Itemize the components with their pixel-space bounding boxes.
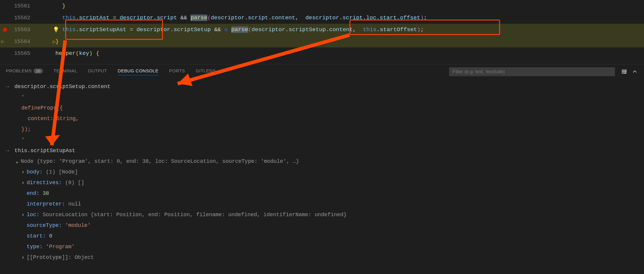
console-input-echo: descriptor.scriptSetup.content xyxy=(6,81,638,92)
bottom-panel: PROBLEMS20 TERMINAL OUTPUT DEBUG CONSOLE… xyxy=(0,64,644,274)
console-output: ' xyxy=(6,92,638,103)
console-output: defineProps({ xyxy=(6,103,638,113)
execution-marker-icon: ▷ xyxy=(53,38,56,45)
chevron-right-icon[interactable]: › xyxy=(21,177,27,188)
chevron-up-icon[interactable] xyxy=(632,68,638,75)
tab-problems[interactable]: PROBLEMS20 xyxy=(6,68,43,75)
code-content[interactable]: this.scriptAst = descriptor.script && pa… xyxy=(39,15,644,21)
gutter-line-number[interactable]: 15561 xyxy=(0,3,39,9)
tab-output[interactable]: OUTPUT xyxy=(88,68,107,75)
tab-gitlens[interactable]: GITLENS xyxy=(196,68,216,75)
console-input-echo: this.scriptSetupAst xyxy=(6,145,638,156)
object-property-row: end: 38 xyxy=(6,188,638,199)
console-output: content: String, xyxy=(6,113,638,124)
frame-marker-icon: ▷ xyxy=(1,39,4,44)
object-preview-row[interactable]: ⌄Node {type: 'Program', start: 0, end: 3… xyxy=(6,156,638,167)
gutter-line-number[interactable]: 15565 xyxy=(0,50,39,56)
object-property-row[interactable]: ›loc: SourceLocation {start: Position, e… xyxy=(6,209,638,220)
code-line[interactable]: ▷15564 ▷ } xyxy=(0,36,644,47)
chevron-right-icon[interactable]: › xyxy=(21,209,27,220)
tab-debug-console[interactable]: DEBUG CONSOLE xyxy=(118,68,158,75)
console-output: }); xyxy=(6,124,638,135)
clear-console-icon[interactable] xyxy=(621,68,627,75)
chevron-right-icon[interactable]: › xyxy=(21,167,27,177)
editor-area: 15561 } 15562 this.scriptAst = descripto… xyxy=(0,0,644,64)
console-output: ' xyxy=(6,135,638,145)
code-line-current[interactable]: 15563 💡 this.scriptSetupAst = descriptor… xyxy=(0,24,644,36)
object-property-row: type: 'Program' xyxy=(6,241,638,252)
svg-rect-0 xyxy=(622,70,627,70)
breakpoint-icon[interactable] xyxy=(3,28,7,32)
object-property-row: sourceType: 'module' xyxy=(6,220,638,231)
code-line[interactable]: 15561 } xyxy=(0,0,644,12)
gutter-line-number[interactable]: ▷15564 xyxy=(0,39,39,44)
gutter-line-number[interactable]: 15563 xyxy=(0,27,39,33)
debug-console[interactable]: descriptor.scriptSetup.content ' defineP… xyxy=(0,79,644,265)
lightbulb-icon[interactable]: 💡 xyxy=(53,26,59,33)
filter-input[interactable] xyxy=(449,67,615,76)
tab-ports[interactable]: PORTS xyxy=(169,68,185,75)
chevron-right-icon[interactable]: › xyxy=(21,252,27,263)
gutter-line-number[interactable]: 15562 xyxy=(0,15,39,21)
code-content[interactable]: } xyxy=(39,38,644,45)
code-content[interactable]: helper(key) { xyxy=(39,50,644,57)
svg-rect-2 xyxy=(622,73,627,73)
tab-terminal[interactable]: TERMINAL xyxy=(54,68,77,75)
chevron-down-icon[interactable]: ⌄ xyxy=(15,156,21,167)
object-property-row: interpreter: null xyxy=(6,199,638,209)
code-content[interactable]: this.scriptSetupAst = descriptor.scriptS… xyxy=(39,26,644,33)
panel-tabs: PROBLEMS20 TERMINAL OUTPUT DEBUG CONSOLE… xyxy=(0,64,644,79)
code-content[interactable]: } xyxy=(39,3,644,9)
object-property-row[interactable]: ›directives: (0) [] xyxy=(6,177,638,188)
problems-badge: 20 xyxy=(33,68,43,74)
object-property-row[interactable]: ›[[Prototype]]: Object xyxy=(6,252,638,263)
code-line[interactable]: 15562 this.scriptAst = descriptor.script… xyxy=(0,12,644,24)
object-property-row: start: 0 xyxy=(6,231,638,241)
code-line[interactable]: 15565 helper(key) { xyxy=(0,47,644,59)
object-property-row[interactable]: ›body: (1) [Node] xyxy=(6,167,638,177)
